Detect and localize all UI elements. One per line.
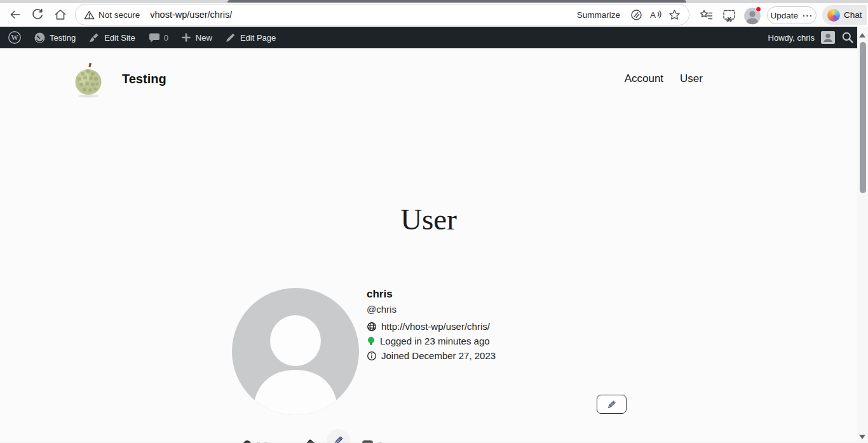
admin-bar-edit-page[interactable]: Edit Page — [219, 27, 282, 48]
refresh-icon — [31, 8, 44, 22]
wp-logo-menu[interactable]: W — [0, 27, 28, 48]
back-button[interactable] — [5, 5, 24, 24]
wordpress-logo-icon: W — [8, 31, 22, 44]
active-tab-remnant[interactable] — [227, 0, 686, 3]
site-logo-image[interactable] — [70, 60, 108, 99]
profile-last-active-row: Logged in 23 minutes ago — [367, 334, 496, 348]
nav-link-user[interactable]: User — [680, 72, 703, 85]
home-icon — [53, 8, 67, 22]
site-title[interactable]: Testing — [122, 72, 166, 86]
comments-icon — [148, 32, 159, 43]
nav-link-account[interactable]: Account — [625, 72, 663, 85]
scroll-up-arrow-icon[interactable] — [859, 33, 865, 37]
update-label: Update — [770, 11, 798, 20]
profile-website-row: http://vhost-wp/user/chris/ — [367, 319, 496, 334]
chat-label: Chat — [844, 10, 862, 20]
edit-page-label: Edit Page — [240, 33, 276, 43]
admin-bar-new[interactable]: New — [175, 27, 219, 48]
update-button[interactable]: Update ··· — [767, 6, 817, 24]
edit-site-label: Edit Site — [104, 33, 135, 43]
globe-icon — [367, 322, 377, 332]
refresh-button[interactable] — [28, 5, 47, 24]
brush-icon — [88, 32, 100, 43]
lightbulb-icon — [367, 336, 376, 346]
browser-profile-button[interactable] — [743, 7, 761, 25]
edit-pencil-icon — [225, 32, 236, 43]
svg-text:W: W — [11, 34, 18, 41]
settings-more-icon[interactable]: ··· — [803, 11, 813, 20]
profile-info: chris @chris http://vhost-wp/user/chris/… — [367, 288, 496, 363]
home-button[interactable] — [51, 5, 70, 24]
comments-count: 0 — [164, 33, 168, 43]
browser-toolbar: Not secure vhost-wp/user/chris/ Summariz… — [0, 3, 868, 27]
bottom-divider — [0, 442, 857, 442]
scrollbar-thumb[interactable] — [860, 42, 866, 193]
browser-window: Not secure vhost-wp/user/chris/ Summariz… — [0, 0, 868, 443]
copilot-chat-button[interactable]: Chat — [822, 5, 867, 25]
howdy-account-menu[interactable]: Howdy, chris — [768, 33, 815, 43]
notification-dot — [756, 6, 761, 12]
page-content: Testing Account User User — [0, 48, 857, 443]
profile-joined-text: Joined December 27, 2023 — [381, 350, 496, 361]
back-icon — [8, 8, 22, 22]
search-icon[interactable] — [841, 31, 854, 44]
web-capture-icon[interactable] — [719, 6, 738, 25]
avatar-placeholder-image — [232, 288, 359, 415]
profile-website-link[interactable]: http://vhost-wp/user/chris/ — [381, 321, 490, 332]
site-nav: Account User — [625, 72, 703, 85]
admin-avatar-icon[interactable] — [821, 31, 835, 44]
admin-bar-site-name: Testing — [50, 33, 76, 43]
pencil-emoji-icon — [606, 399, 617, 410]
profile-joined-row: Joined December 27, 2023 — [367, 348, 496, 363]
profile-last-active-text: Logged in 23 minutes ago — [380, 336, 490, 346]
admin-bar-comments[interactable]: 0 — [142, 27, 175, 48]
info-icon — [367, 351, 377, 361]
copilot-summarize-icon[interactable] — [627, 5, 646, 24]
dashboard-icon — [34, 32, 45, 43]
new-label: New — [196, 33, 212, 43]
favorite-star-icon[interactable] — [665, 5, 684, 24]
profile-display-name: chris — [367, 288, 496, 301]
summarize-button[interactable]: Summarize — [577, 10, 620, 20]
favorites-hub-icon[interactable] — [696, 6, 715, 25]
partial-tab-icon-2[interactable] — [306, 439, 315, 443]
edit-profile-button[interactable] — [597, 395, 627, 414]
profile-avatar — [232, 288, 359, 415]
profile-handle: @chris — [367, 304, 496, 315]
read-aloud-icon[interactable]: A — [646, 5, 665, 24]
vertical-scrollbar[interactable] — [857, 27, 868, 443]
admin-bar-edit-site[interactable]: Edit Site — [82, 27, 141, 48]
not-secure-warning-icon — [84, 10, 95, 20]
address-bar[interactable]: Not secure vhost-wp/user/chris/ Summariz… — [75, 4, 689, 25]
svg-text:A: A — [650, 10, 656, 20]
page-title: User — [0, 202, 857, 236]
security-label[interactable]: Not secure — [98, 10, 140, 20]
url-text[interactable]: vhost-wp/user/chris/ — [150, 10, 232, 20]
scroll-down-arrow-icon[interactable] — [859, 435, 865, 439]
copilot-logo-icon — [827, 9, 840, 22]
wp-admin-bar: W Testing Edit Site 0 — [0, 27, 868, 48]
plus-icon — [181, 32, 191, 43]
admin-bar-site-menu[interactable]: Testing — [28, 27, 82, 48]
